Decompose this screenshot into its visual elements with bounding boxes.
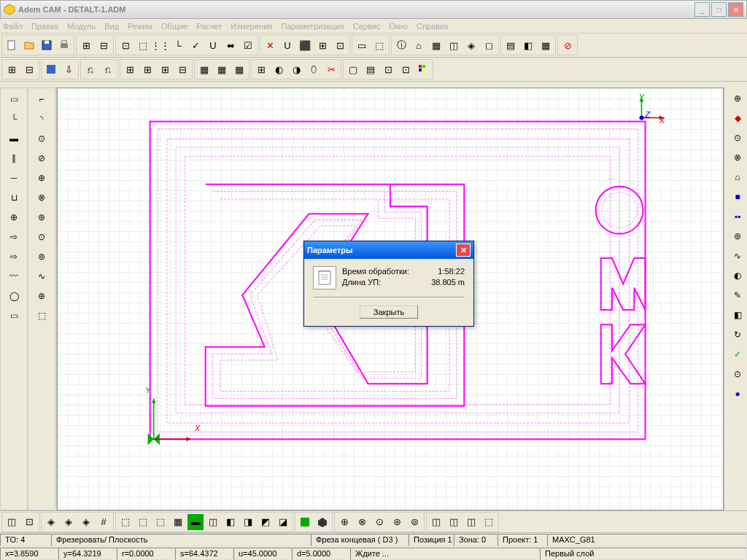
tool-h2-icon[interactable]: ⇩ [60,61,77,78]
dialog-titlebar[interactable]: Параметры ✕ [304,241,473,259]
tool-b2-icon[interactable]: ⬚ [134,36,152,54]
ellipse-tool-icon[interactable]: ◯ [2,287,26,306]
rtool-8-icon[interactable]: ⊛ [726,227,747,246]
menu-file[interactable]: Файл [3,22,23,31]
bt-19-icon[interactable]: ⊕ [336,513,353,531]
rect-tool-icon[interactable]: ▭ [2,90,26,109]
tool-l2-icon[interactable]: ◐ [270,61,287,78]
tool-b5-icon[interactable]: ✓ [187,36,204,54]
axis-tool-icon[interactable]: ⌐ [30,90,53,109]
tool-e2-icon[interactable]: ⌂ [410,36,427,54]
bt-18-icon[interactable] [314,513,331,531]
bt-24-icon[interactable]: ◫ [427,513,445,531]
wave-tool-icon[interactable]: 〰 [2,267,26,286]
tool-b1-icon[interactable]: ⊡ [117,36,134,54]
bt-6-icon[interactable]: # [95,513,112,531]
bt-15-icon[interactable]: ◩ [257,513,274,531]
tool-l1-icon[interactable]: ⊞ [252,61,270,78]
tool-k2-icon[interactable]: ▦ [213,61,231,78]
tool-b4-icon[interactable]: └ [169,36,187,54]
rtool-14-icon[interactable]: ✓ [726,345,747,364]
bt-22-icon[interactable]: ⊛ [388,513,406,531]
bt-20-icon[interactable]: ⊗ [353,513,371,531]
snap8-tool-icon[interactable]: ⊕ [30,287,53,306]
tool-g2-icon[interactable]: ⊟ [20,61,38,78]
bt-4-icon[interactable]: ◈ [60,513,77,531]
print-icon[interactable] [55,36,73,54]
bt-10-icon[interactable]: ▦ [169,513,187,531]
rtool-7-icon[interactable]: ▪▪ [726,207,747,226]
tool-e4-icon[interactable]: ◫ [445,36,462,54]
tool-c4-icon[interactable]: ⊞ [314,36,331,54]
tool-i1-icon[interactable]: ⎌ [82,61,99,78]
menu-general[interactable]: Общие [161,22,187,31]
tool-m1-icon[interactable]: ▢ [344,61,362,78]
region-tool-icon[interactable]: ⬚ [30,306,53,325]
bt-25-icon[interactable]: ◫ [445,513,462,531]
tool-c5-icon[interactable]: ⊡ [331,36,349,54]
bt-26-icon[interactable]: ◫ [462,513,480,531]
tool-b7-icon[interactable]: ⬌ [222,36,239,54]
rtool-2-icon[interactable]: ◆ [726,109,747,128]
tool-e3-icon[interactable]: ▦ [427,36,445,54]
rtool-3-icon[interactable]: ⊙ [726,128,747,147]
bt-16-icon[interactable]: ◪ [274,513,292,531]
menu-service[interactable]: Сервис [353,22,381,31]
rtool-1-icon[interactable]: ⊕ [726,89,747,108]
close-button[interactable]: ✕ [728,2,743,17]
menu-window[interactable]: Окно [389,22,408,31]
bt-17-icon[interactable] [296,513,314,531]
cut-icon[interactable]: ✂ [322,61,340,78]
rtool-5-icon[interactable]: ⌂ [726,168,747,187]
tool-j4-icon[interactable]: ⊟ [174,61,191,78]
bt-5-icon[interactable]: ◈ [77,513,95,531]
bt-12-icon[interactable]: ◫ [204,513,222,531]
new-icon[interactable] [3,36,20,54]
tool-m4-icon[interactable]: ⊡ [397,61,414,78]
tool-j3-icon[interactable]: ⊞ [156,61,174,78]
u-tool-icon[interactable]: ⊔ [2,188,26,207]
bt-14-icon[interactable]: ◨ [239,513,257,531]
snap2-tool-icon[interactable]: ⊘ [30,149,53,168]
rtool-13-icon[interactable]: ↻ [726,325,747,344]
tool-k1-icon[interactable]: ▦ [196,61,213,78]
open-icon[interactable] [20,36,38,54]
delete-icon[interactable]: ✕ [261,36,279,54]
rtool-6-icon[interactable]: ■ [726,187,747,206]
tool-a2-icon[interactable]: ⊟ [95,36,112,54]
menu-help[interactable]: Справка [417,22,448,31]
tool-a1-icon[interactable]: ⊞ [77,36,95,54]
fill-tool-icon[interactable]: ▬ [2,129,26,148]
dialog-close-btn[interactable]: Закрыть [360,306,418,319]
rtool-11-icon[interactable]: ✎ [726,286,747,305]
cylinder-icon[interactable]: ⬯ [305,61,322,78]
stop-icon[interactable]: ⊘ [559,36,576,54]
bt-9-icon[interactable]: ⬚ [152,513,169,531]
disk-save-icon[interactable] [42,61,60,78]
tool-f3-icon[interactable]: ▦ [537,36,554,54]
lshape-tool-icon[interactable]: └ [2,109,26,128]
target-tool-icon[interactable]: ⊕ [2,208,26,227]
bt-7-icon[interactable]: ⬚ [117,513,134,531]
line-tool-icon[interactable]: ─ [2,168,26,187]
menu-calc[interactable]: Расчет [196,22,222,31]
rect2-tool-icon[interactable]: ▭ [2,306,26,325]
menu-mode[interactable]: Режим [128,22,152,31]
minimize-button[interactable]: _ [694,2,710,17]
bt-3-icon[interactable]: ◈ [42,513,60,531]
tool-b6-icon[interactable]: U [204,36,222,54]
tool-e6-icon[interactable]: ◻ [480,36,498,54]
tool-d1-icon[interactable]: ▭ [353,36,371,54]
snap4-tool-icon[interactable]: ⊗ [30,188,53,207]
snap1-tool-icon[interactable]: ⊙ [30,129,53,148]
tool-b8-icon[interactable]: ☑ [239,36,257,54]
info-icon[interactable]: ⓘ [392,36,410,54]
rtool-9-icon[interactable]: ∿ [726,246,747,265]
bt-2-icon[interactable]: ⊡ [20,513,38,531]
menu-edit[interactable]: Правка [31,22,58,31]
cube-icon[interactable]: ◈ [462,36,480,54]
bt-8-icon[interactable]: ⬚ [134,513,152,531]
snap7-tool-icon[interactable]: ⊚ [30,247,53,266]
tool-j1-icon[interactable]: ⊞ [121,61,139,78]
menu-measure[interactable]: Измерения [231,22,272,31]
